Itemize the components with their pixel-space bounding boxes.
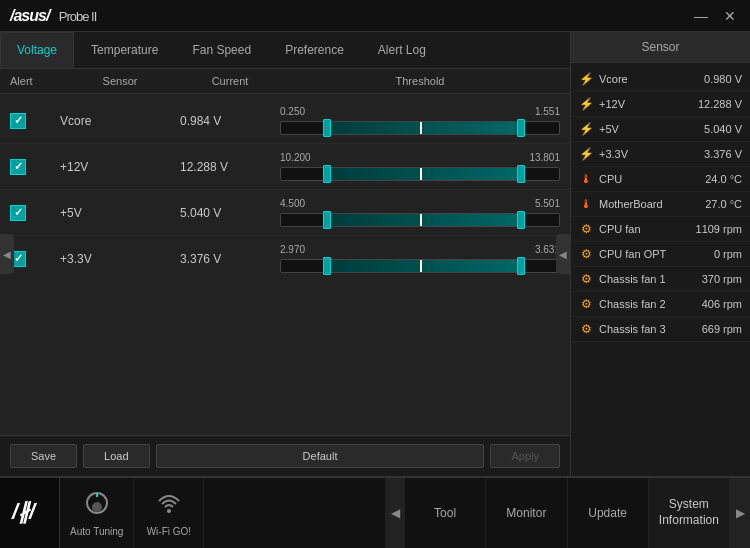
monitor-button[interactable]: Monitor — [486, 478, 567, 548]
slider-track-1[interactable] — [280, 167, 560, 181]
threshold-container-3: 2.970 3.631 — [280, 244, 560, 273]
bottom-logo: /∦/ — [0, 478, 60, 548]
sensor-list-icon-1: ⚡ — [579, 97, 593, 111]
sensor-name-3: +3.3V — [60, 252, 180, 266]
tab-temperature[interactable]: Temperature — [74, 32, 175, 68]
bottom-quick-nav: Auto Tuning Wi-Fi GO! — [60, 478, 385, 548]
table-row: +3.3V 3.376 V 2.970 3.631 — [0, 236, 570, 281]
svg-point-2 — [92, 502, 102, 512]
sensor-list-value-3: 3.376 V — [704, 148, 742, 160]
list-item: ⚙ Chassis fan 1 370 rpm — [571, 267, 750, 292]
apply-button[interactable]: Apply — [490, 444, 560, 468]
list-item: 🌡 CPU 24.0 °C — [571, 167, 750, 192]
sensor-list-label-7: CPU fan OPT — [599, 248, 708, 260]
slider-thumb-max-1[interactable] — [517, 165, 525, 183]
list-item: ⚙ Chassis fan 3 669 rpm — [571, 317, 750, 342]
sensor-name-1: +12V — [60, 160, 180, 174]
bottom-toolbar: /∦/ Auto Tuning — [0, 476, 750, 548]
minimize-button[interactable]: — — [690, 8, 712, 24]
slider-thumb-min-1[interactable] — [323, 165, 331, 183]
col-sensor: Sensor — [60, 75, 180, 87]
update-button[interactable]: Update — [568, 478, 649, 548]
slider-track-0[interactable] — [280, 121, 560, 135]
sensor-list-label-1: +12V — [599, 98, 692, 110]
sensor-list-value-0: 0.980 V — [704, 73, 742, 85]
sensor-list-value-9: 406 rpm — [702, 298, 742, 310]
left-collapse-handle[interactable]: ◀ — [0, 234, 14, 274]
tool-button[interactable]: Tool — [405, 478, 486, 548]
sensor-list-label-5: MotherBoard — [599, 198, 699, 210]
sensor-list-icon-8: ⚙ — [579, 272, 593, 286]
title-bar: /asus/ Probe II — ✕ — [0, 0, 750, 32]
sensor-list-label-9: Chassis fan 2 — [599, 298, 696, 310]
col-alert: Alert — [10, 75, 60, 87]
sensor-list-label-6: CPU fan — [599, 223, 690, 235]
tab-fanspeed[interactable]: Fan Speed — [175, 32, 268, 68]
alert-checkbox-2[interactable] — [10, 205, 26, 221]
slider-thumb-max-0[interactable] — [517, 119, 525, 137]
tab-bar: Voltage Temperature Fan Speed Preference… — [0, 32, 570, 69]
asus-logo: /asus/ Probe II — [10, 7, 96, 25]
list-item: ⚡ +12V 12.288 V — [571, 92, 750, 117]
list-item: ⚙ CPU fan 1109 rpm — [571, 217, 750, 242]
sensor-list-icon-6: ⚙ — [579, 222, 593, 236]
slider-thumb-min-2[interactable] — [323, 211, 331, 229]
close-button[interactable]: ✕ — [720, 8, 740, 24]
main-area: ◀ Voltage Temperature Fan Speed Preferen… — [0, 32, 750, 476]
sensor-list-value-2: 5.040 V — [704, 123, 742, 135]
alert-checkbox-0[interactable] — [10, 113, 26, 129]
sensor-current-2: 5.040 V — [180, 206, 280, 220]
sensor-list-label-0: Vcore — [599, 73, 698, 85]
tab-preference[interactable]: Preference — [268, 32, 361, 68]
sensor-list-value-10: 669 rpm — [702, 323, 742, 335]
system-info-button[interactable]: System Information — [649, 478, 730, 548]
table-row: +5V 5.040 V 4.500 5.501 — [0, 190, 570, 236]
sensor-list-icon-3: ⚡ — [579, 147, 593, 161]
sensor-list-icon-2: ⚡ — [579, 122, 593, 136]
load-button[interactable]: Load — [83, 444, 149, 468]
sensor-list-label-10: Chassis fan 3 — [599, 323, 696, 335]
nav-prev-button[interactable]: ◀ — [385, 478, 405, 548]
app-name: Probe II — [59, 9, 97, 24]
wifi-go-label: Wi-Fi GO! — [147, 526, 191, 537]
sensor-list-icon-4: 🌡 — [579, 172, 593, 186]
right-collapse-handle[interactable]: ◀ — [556, 234, 570, 274]
sensor-list-icon-7: ⚙ — [579, 247, 593, 261]
default-button[interactable]: Default — [156, 444, 485, 468]
slider-track-3[interactable] — [280, 259, 560, 273]
sensor-list-value-5: 27.0 °C — [705, 198, 742, 210]
slider-thumb-max-3[interactable] — [517, 257, 525, 275]
tab-voltage[interactable]: Voltage — [0, 32, 74, 68]
nav-next-button[interactable]: ▶ — [730, 478, 750, 548]
sensor-list-value-4: 24.0 °C — [705, 173, 742, 185]
table-header: Alert Sensor Current Threshold — [0, 69, 570, 94]
wifi-go-button[interactable]: Wi-Fi GO! — [134, 478, 204, 548]
auto-tuning-button[interactable]: Auto Tuning — [60, 478, 134, 548]
threshold-min-label-2: 4.500 — [280, 198, 305, 209]
list-item: ⚙ CPU fan OPT 0 rpm — [571, 242, 750, 267]
right-panel: Sensor ⚡ Vcore 0.980 V ⚡ +12V 12.288 V ⚡… — [570, 32, 750, 476]
svg-text:/∦/: /∦/ — [11, 499, 38, 524]
sensor-list-value-6: 1109 rpm — [696, 223, 742, 235]
alert-checkbox-1[interactable] — [10, 159, 26, 175]
threshold-max-label-1: 13.801 — [529, 152, 560, 163]
slider-thumb-min-3[interactable] — [323, 257, 331, 275]
slider-thumb-min-0[interactable] — [323, 119, 331, 137]
threshold-min-label-3: 2.970 — [280, 244, 305, 255]
bottom-buttons: Save Load Default Apply — [0, 435, 570, 476]
tab-alertlog[interactable]: Alert Log — [361, 32, 443, 68]
sensor-current-1: 12.288 V — [180, 160, 280, 174]
sensor-rows: Vcore 0.984 V 0.250 1.551 +12V 12.288 V … — [0, 94, 570, 435]
sensor-current-3: 3.376 V — [180, 252, 280, 266]
sensor-panel-header: Sensor — [571, 32, 750, 63]
sensor-list-icon-5: 🌡 — [579, 197, 593, 211]
col-threshold: Threshold — [280, 75, 560, 87]
sensor-name-0: Vcore — [60, 114, 180, 128]
slider-track-2[interactable] — [280, 213, 560, 227]
list-item: ⚡ +5V 5.040 V — [571, 117, 750, 142]
slider-thumb-max-2[interactable] — [517, 211, 525, 229]
threshold-container-1: 10.200 13.801 — [280, 152, 560, 181]
sensor-list-value-1: 12.288 V — [698, 98, 742, 110]
save-button[interactable]: Save — [10, 444, 77, 468]
left-panel: Voltage Temperature Fan Speed Preference… — [0, 32, 570, 476]
